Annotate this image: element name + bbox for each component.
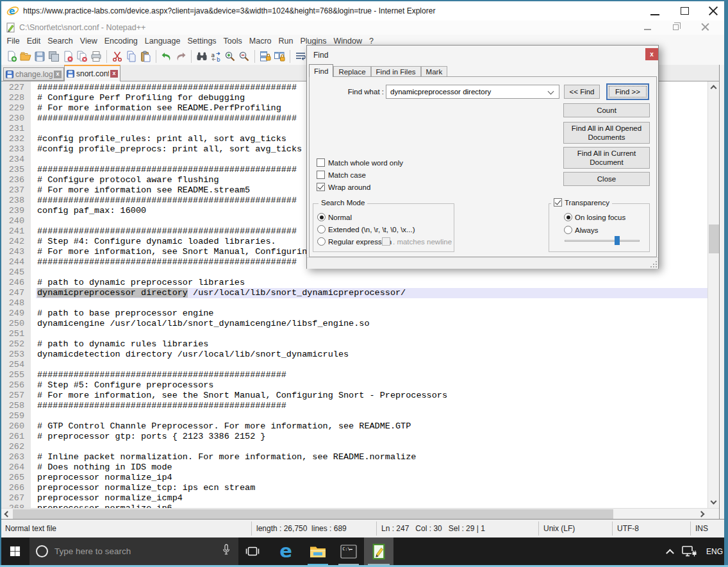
tab-change-log[interactable]: change.log x (3, 67, 64, 81)
editor-line: 253dynamicdetection directory /usr/local… (1, 350, 707, 360)
copy-icon[interactable] (126, 50, 138, 62)
tab-close-icon[interactable]: x (54, 71, 62, 78)
menu-run[interactable]: Run (275, 35, 297, 47)
editor-line: 263# Inline packet normalization. For mo… (1, 452, 707, 462)
replace-tab[interactable]: Replace (333, 66, 370, 77)
replace-icon[interactable]: ab (210, 50, 222, 62)
save-all-icon[interactable] (48, 50, 60, 62)
tab-close-icon[interactable]: x (110, 70, 118, 78)
horizontal-scrollbar[interactable] (1, 508, 719, 519)
scroll-left-icon[interactable] (4, 511, 11, 518)
count-button[interactable]: Count (563, 103, 650, 117)
sync-vertical-scrolling-icon[interactable] (260, 50, 272, 62)
chevron-down-icon[interactable] (548, 89, 554, 95)
new-file-icon[interactable] (6, 50, 18, 62)
editor-line: 257# For more information, see the Snort… (1, 391, 707, 401)
find-in-files-tab[interactable]: Find in Files (371, 66, 421, 77)
redo-icon[interactable] (175, 50, 187, 62)
editor-line: 245 (1, 267, 707, 278)
find-tab[interactable]: Find (309, 64, 333, 77)
extended-radio[interactable] (317, 225, 326, 233)
search-mode-label: Search Mode (318, 199, 367, 207)
find-what-label: Find what : (320, 88, 384, 96)
zoom-in-icon[interactable] (224, 50, 236, 62)
edge-taskbar-button[interactable]: e (272, 537, 300, 565)
command-prompt-taskbar-button[interactable]: C:\ (335, 537, 363, 565)
editor-line: 250dynamicengine /usr/local/lib/snort_dy… (1, 319, 707, 329)
tab-snort-conf[interactable]: snort.conf x (64, 65, 120, 81)
always-radio[interactable] (564, 226, 572, 234)
menu-search[interactable]: Search (44, 35, 77, 47)
word-wrap-icon[interactable] (295, 50, 307, 62)
find-all-current-button[interactable]: Find All in Current Document (563, 147, 650, 169)
transparency-slider-thumb[interactable] (615, 236, 620, 245)
vertical-scrollbar[interactable] (707, 81, 719, 508)
save-icon[interactable] (34, 50, 46, 62)
horizontal-scrollbar-thumb[interactable] (13, 509, 613, 519)
close-button[interactable]: Close (563, 172, 650, 186)
menu-macro[interactable]: Macro (245, 35, 275, 47)
npp-minimize-button[interactable] (644, 29, 651, 30)
npp-statusbar: Normal text file length : 26,750 lines :… (1, 519, 724, 537)
find-what-combobox[interactable]: dynamicpreprocessor directory (386, 85, 559, 99)
editor-line: 247dynamicpreprocessor directory /usr/lo… (1, 288, 707, 298)
zoom-out-icon[interactable] (238, 50, 251, 62)
notepadpp-taskbar-button[interactable] (364, 537, 393, 565)
ie-close-button[interactable] (708, 6, 718, 16)
on-losing-focus-radio[interactable] (564, 213, 572, 221)
close-all-documents-icon[interactable] (76, 50, 88, 62)
resize-grip[interactable] (650, 261, 657, 267)
wrap-around-label: Wrap around (328, 183, 370, 191)
find-next-button[interactable]: Find >> (606, 83, 649, 100)
close-document-icon[interactable] (62, 50, 74, 62)
normal-radio[interactable] (317, 213, 326, 221)
menu-language[interactable]: Language (141, 35, 184, 47)
wrap-around-checkbox[interactable] (317, 183, 325, 191)
editor-line: 260# GTP Control Channle Preprocessor. F… (1, 421, 707, 432)
language-indicator[interactable]: ENG (706, 547, 723, 556)
editor-line: 265preprocessor normalize_ip4 (1, 473, 707, 483)
scroll-down-icon[interactable] (711, 498, 717, 505)
menu-file[interactable]: File (3, 35, 23, 47)
editor-line: 248 (1, 298, 707, 309)
find-prev-button[interactable]: << Find (564, 85, 600, 99)
menu-edit[interactable]: Edit (23, 35, 44, 47)
taskbar-search-box[interactable]: Type here to search (29, 537, 238, 565)
extended-label: Extended (\n, \r, \t, \0, \x...) (328, 226, 415, 233)
vertical-scrollbar-thumb[interactable] (709, 224, 719, 253)
scroll-up-icon[interactable] (711, 85, 717, 92)
menu-encoding[interactable]: Encoding (101, 35, 141, 47)
transparency-slider[interactable] (565, 240, 640, 242)
file-explorer-taskbar-button[interactable] (304, 537, 332, 565)
sync-horizontal-scrolling-icon[interactable] (274, 50, 286, 62)
tray-expand-icon[interactable] (666, 549, 674, 557)
open-folder-icon[interactable] (20, 50, 32, 62)
paste-icon[interactable] (140, 50, 152, 62)
regex-radio[interactable] (317, 237, 326, 246)
tab-label: change.log (15, 70, 53, 79)
on-losing-focus-label: On losing focus (575, 214, 625, 221)
find-dialog-close-button[interactable]: x (645, 48, 658, 60)
transparency-checkbox[interactable] (554, 198, 562, 207)
find-icon[interactable] (196, 50, 208, 62)
scroll-right-icon[interactable] (699, 511, 705, 518)
find-all-opened-button[interactable]: Find All in All Opened Documents (563, 122, 650, 144)
task-view-button[interactable] (238, 537, 267, 565)
ie-minimize-button[interactable] (650, 14, 659, 15)
undo-icon[interactable] (161, 50, 173, 62)
menu-tools[interactable]: Tools (220, 35, 245, 47)
cut-icon[interactable] (112, 50, 124, 62)
menu-view[interactable]: View (76, 35, 101, 47)
menu-settings[interactable]: Settings (184, 35, 220, 47)
network-icon[interactable] (682, 546, 697, 557)
mark-tab[interactable]: Mark (421, 66, 448, 77)
start-button[interactable] (0, 537, 29, 565)
print-icon[interactable] (90, 50, 103, 62)
ie-maximize-button[interactable] (681, 7, 689, 15)
npp-close-button[interactable] (701, 23, 709, 31)
match-whole-word-checkbox[interactable] (317, 158, 325, 167)
status-cursor-position: Ln : 247 Col : 30 Sel : 29 | 1 (381, 524, 485, 533)
npp-restore-button[interactable] (673, 24, 679, 30)
microphone-icon[interactable] (222, 544, 231, 559)
match-case-checkbox[interactable] (317, 171, 325, 179)
